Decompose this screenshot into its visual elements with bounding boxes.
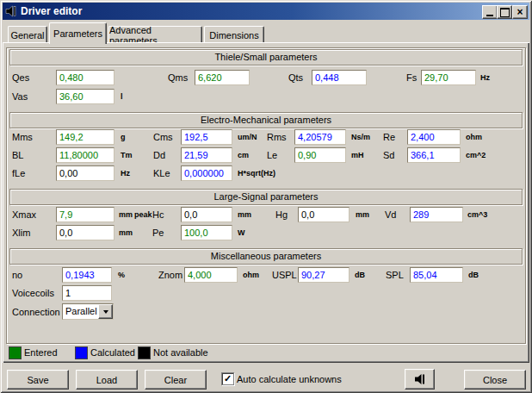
le-label: Le [267,150,277,160]
re-input[interactable] [407,129,461,145]
minimize-icon [486,15,493,16]
speaker-icon [414,373,426,385]
auto-calculate-checkbox[interactable] [221,372,234,385]
cms-unit: um/N [238,133,257,141]
bl-unit: Tm [121,151,133,159]
load-button[interactable]: Load [76,370,138,390]
kle-input[interactable] [181,165,232,181]
connection-select[interactable]: Parallel [62,303,114,320]
pe-input[interactable] [181,225,232,240]
mms-input[interactable] [56,129,114,145]
cms-input[interactable] [181,129,232,145]
pe-label: Pe [152,228,164,238]
spl-unit: dB [468,271,479,279]
tab-advanced-parameters[interactable]: Advanced parameters [108,26,202,43]
sd-label: Sd [383,150,394,160]
re-label: Re [383,132,395,142]
xmax-unit: mm [119,210,133,219]
le-input[interactable] [294,147,346,163]
spl-label: SPL [386,270,404,280]
vas-label: Vas [12,91,28,102]
title-bar[interactable]: Driver editor [3,3,529,20]
tab-label: Dimensions [209,30,258,41]
maximize-icon [500,8,510,17]
znom-input[interactable] [184,267,238,283]
fs-unit: Hz [480,73,490,82]
vd-input[interactable] [410,207,463,222]
tab-dimensions[interactable]: Dimensions [204,26,264,43]
vd-unit: cm^3 [467,210,487,219]
hc-input[interactable] [181,207,232,222]
legend-swatch-entered [9,346,22,359]
fle-input[interactable] [56,165,114,181]
qes-label: Qes [12,72,29,83]
xmax-input[interactable] [56,207,114,222]
fle-unit: Hz [121,169,130,178]
xlim-input[interactable] [56,225,114,240]
rms-input[interactable] [294,129,346,145]
section-header-electro-mechanical: Electro-Mechanical parameters [9,112,523,128]
qts-label: Qts [288,72,303,83]
no-input[interactable] [62,267,112,283]
legend-swatch-calculated [75,346,88,359]
kle-unit: H*sqrt(Hz) [238,169,275,178]
uspl-input[interactable] [298,267,350,283]
dd-input[interactable] [181,147,232,163]
xmax-label: Xmax [12,209,36,220]
pe-unit: W [238,228,245,237]
voicecoils-label: Voicecoils [12,288,54,298]
minimize-button[interactable] [482,5,498,19]
znom-label: Znom [158,270,182,280]
connection-value: Parallel [63,304,98,319]
hc-unit: mm [238,210,251,219]
legend-label-entered: Entered [24,347,58,358]
close-button[interactable]: Close [464,370,526,390]
tab-parameters[interactable]: Parameters [49,22,107,44]
vas-input[interactable] [56,89,114,104]
hg-input[interactable] [298,207,350,222]
tab-label: Parameters [53,28,102,39]
clear-button[interactable]: Clear [145,370,207,390]
tab-label: General [10,30,44,41]
uspl-unit: dB [355,271,365,279]
fs-label: Fs [406,72,417,83]
voicecoils-input[interactable] [62,285,112,301]
driver-editor-dialog: Driver editor × General Parameters Advan… [0,0,532,393]
maximize-button[interactable] [497,5,512,19]
fs-input[interactable] [421,70,476,85]
bl-input[interactable] [56,147,114,163]
section-header-large-signal: Large-Signal parameters [9,189,523,205]
connection-dropdown-button[interactable] [98,304,113,319]
rms-label: Rms [267,132,287,142]
kle-label: KLe [153,168,170,178]
vd-label: Vd [385,209,396,220]
no-label: no [12,270,22,280]
qms-input[interactable] [195,70,250,85]
section-header-miscellaneous: Miscellaneous parameters [9,248,523,265]
fle-label: fLe [12,168,25,178]
znom-unit: ohm [243,271,259,279]
legend-swatch-not-available [138,346,151,359]
spl-input[interactable] [410,267,463,283]
section-header-thiele-small: Thiele/Small parameters [9,49,523,66]
qts-input[interactable] [312,70,367,85]
close-window-button[interactable]: × [512,5,528,19]
bl-label: BL [12,150,23,160]
tab-general[interactable]: General [8,26,47,43]
speaker-icon [5,5,17,17]
qes-input[interactable] [56,70,114,85]
mms-unit: g [121,133,126,141]
qms-label: Qms [168,72,188,83]
chevron-down-icon [103,310,108,314]
cms-label: Cms [153,132,173,142]
save-button[interactable]: Save [7,370,69,390]
close-icon: × [517,8,523,16]
rms-unit: Ns/m [351,133,370,141]
legend-label-not-available: Not available [153,347,208,358]
le-unit: mH [351,151,364,159]
driver-speaker-button[interactable] [405,369,435,390]
connection-label: Connection [12,307,60,317]
sd-input[interactable] [407,147,461,163]
xlim-label: Xlim [12,228,30,238]
xmax-peak-suffix: peak [134,210,152,219]
